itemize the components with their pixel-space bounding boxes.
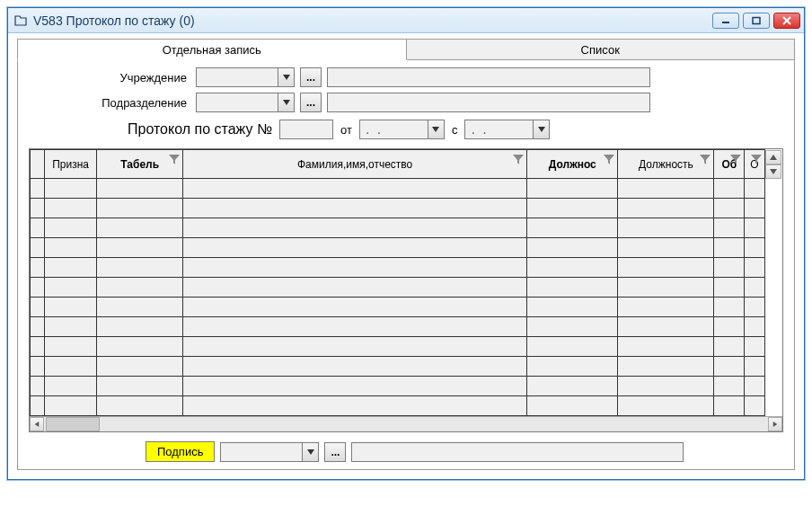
ellipsis-icon: ... bbox=[306, 71, 315, 84]
footer-row: Подпись ... bbox=[29, 441, 783, 462]
svg-marker-12 bbox=[730, 155, 741, 164]
tab-label: Список bbox=[581, 43, 620, 57]
window-title: V583 Протокол по стажу (0) bbox=[33, 13, 712, 28]
scroll-up-button[interactable] bbox=[765, 150, 781, 164]
ellipsis-icon: ... bbox=[331, 446, 340, 458]
sign-browse-button[interactable]: ... bbox=[324, 442, 346, 462]
table-row[interactable] bbox=[31, 218, 782, 238]
window-buttons bbox=[712, 13, 800, 29]
dropdown-icon[interactable] bbox=[278, 93, 294, 111]
grid-body bbox=[31, 179, 782, 416]
scroll-thumb[interactable] bbox=[46, 417, 100, 431]
svg-marker-7 bbox=[538, 127, 545, 132]
grid-header-fio[interactable]: Фамилия,имя,отчество bbox=[183, 150, 527, 179]
table-row[interactable] bbox=[31, 199, 782, 218]
app-window: V583 Протокол по стажу (0) Отдельная зап… bbox=[7, 7, 805, 480]
svg-marker-17 bbox=[773, 422, 778, 427]
minimize-button[interactable] bbox=[712, 13, 739, 29]
grid-header-prizna[interactable]: Призна bbox=[44, 150, 97, 179]
department-display bbox=[327, 93, 650, 112]
institution-combo-text bbox=[197, 68, 278, 86]
grid-header-row: Призна Табель Фамилия,имя,отчество bbox=[31, 150, 782, 179]
from-label: от bbox=[340, 123, 352, 137]
dropdown-icon[interactable] bbox=[278, 68, 294, 86]
form-panel: Учреждение ... Подразделение bbox=[17, 60, 795, 470]
filter-icon[interactable] bbox=[168, 153, 181, 165]
tab-label: Отдельная запись bbox=[163, 43, 261, 57]
date-to-input[interactable]: . . bbox=[464, 120, 550, 139]
tab-list[interactable]: Список bbox=[407, 39, 796, 60]
close-button[interactable] bbox=[773, 13, 800, 29]
svg-marker-4 bbox=[283, 75, 290, 80]
grid-table: Призна Табель Фамилия,имя,отчество bbox=[30, 149, 782, 416]
institution-browse-button[interactable]: ... bbox=[300, 67, 322, 87]
department-combo[interactable] bbox=[196, 93, 295, 112]
department-combo-text bbox=[197, 93, 278, 111]
protocol-row: Протокол по стажу № от . . с . . bbox=[128, 120, 783, 139]
svg-marker-8 bbox=[169, 155, 180, 164]
sign-button-label: Подпись bbox=[157, 445, 203, 458]
sign-display bbox=[351, 442, 684, 462]
table-row[interactable] bbox=[31, 317, 782, 337]
svg-rect-1 bbox=[753, 17, 760, 23]
maximize-button[interactable] bbox=[743, 13, 770, 29]
scroll-down-button[interactable] bbox=[765, 164, 781, 179]
grid-header-position-bold[interactable]: Должнос bbox=[527, 150, 618, 179]
protocol-number-input[interactable] bbox=[279, 120, 333, 139]
sign-combo[interactable] bbox=[220, 442, 319, 462]
svg-marker-14 bbox=[770, 155, 777, 160]
table-row[interactable] bbox=[31, 337, 782, 357]
svg-marker-5 bbox=[283, 100, 290, 105]
row-institution: Учреждение ... bbox=[29, 67, 783, 87]
tab-single-record[interactable]: Отдельная запись bbox=[17, 39, 407, 60]
table-row[interactable] bbox=[31, 357, 782, 377]
scroll-right-button[interactable] bbox=[768, 417, 782, 431]
vertical-scrollbar[interactable] bbox=[765, 150, 781, 179]
filter-icon[interactable] bbox=[699, 153, 711, 165]
grid-header-selector[interactable] bbox=[31, 150, 45, 179]
filter-icon[interactable] bbox=[512, 153, 525, 165]
table-row[interactable] bbox=[31, 238, 782, 258]
institution-label: Учреждение bbox=[29, 71, 190, 84]
svg-marker-13 bbox=[751, 155, 762, 164]
institution-display bbox=[327, 67, 650, 87]
table-row[interactable] bbox=[31, 298, 782, 317]
filter-icon[interactable] bbox=[603, 153, 615, 165]
grid-header-ob[interactable]: Об bbox=[714, 150, 745, 179]
svg-marker-15 bbox=[770, 169, 777, 174]
svg-marker-11 bbox=[700, 155, 710, 164]
scroll-track[interactable] bbox=[100, 417, 768, 431]
grid-header-tabel[interactable]: Табель bbox=[97, 150, 183, 179]
table-row[interactable] bbox=[31, 258, 782, 278]
grid-header-ot[interactable]: О bbox=[745, 150, 765, 179]
svg-marker-16 bbox=[35, 422, 40, 427]
app-icon bbox=[13, 13, 28, 28]
dropdown-icon[interactable] bbox=[302, 443, 318, 461]
filter-icon[interactable] bbox=[729, 153, 742, 165]
date-from-input[interactable]: . . bbox=[359, 120, 445, 139]
dropdown-icon[interactable] bbox=[533, 120, 549, 138]
filter-icon[interactable] bbox=[750, 153, 763, 165]
scroll-left-button[interactable] bbox=[30, 417, 44, 431]
dropdown-icon[interactable] bbox=[428, 120, 444, 138]
table-row[interactable] bbox=[31, 179, 782, 199]
protocol-label: Протокол по стажу № bbox=[128, 121, 272, 138]
table-row[interactable] bbox=[31, 278, 782, 298]
table-row[interactable] bbox=[31, 377, 782, 396]
institution-combo[interactable] bbox=[196, 67, 295, 87]
department-browse-button[interactable]: ... bbox=[300, 93, 322, 112]
row-department: Подразделение ... bbox=[29, 93, 783, 112]
table-row[interactable] bbox=[31, 396, 782, 416]
with-label: с bbox=[452, 123, 458, 137]
grid-header-position[interactable]: Должность bbox=[618, 150, 714, 179]
date-from-text: . . bbox=[360, 120, 428, 138]
svg-marker-9 bbox=[513, 155, 524, 164]
department-label: Подразделение bbox=[29, 96, 190, 110]
date-to-text: . . bbox=[465, 120, 533, 138]
svg-marker-18 bbox=[307, 449, 314, 455]
horizontal-scrollbar[interactable] bbox=[30, 416, 782, 431]
tab-bar: Отдельная запись Список bbox=[17, 39, 795, 60]
sign-button[interactable]: Подпись bbox=[146, 441, 215, 462]
sign-combo-text bbox=[221, 443, 302, 461]
svg-marker-10 bbox=[604, 155, 614, 164]
